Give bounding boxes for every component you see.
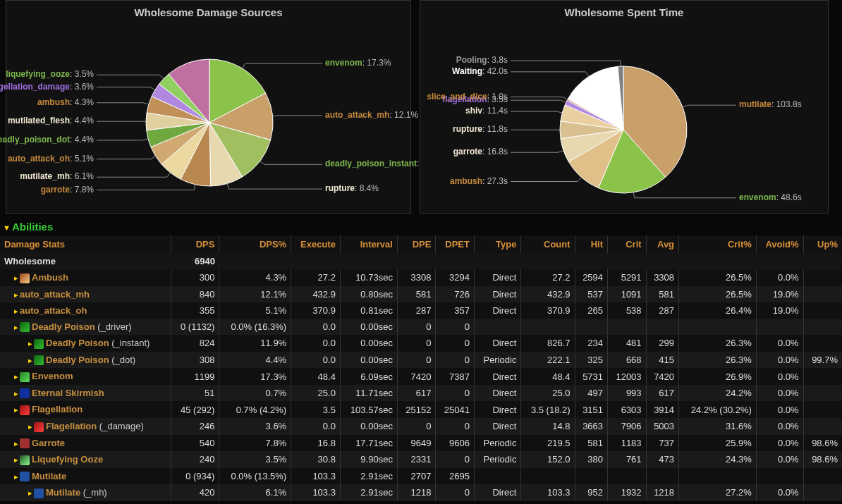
col-header[interactable]: DPE [397,235,436,253]
ability-icon [20,273,30,283]
ability-icon [20,405,30,415]
col-header[interactable]: Crit [608,235,647,253]
chart-segment-label: auto_attack_mh: 12.1% [325,110,418,120]
chart-segment-label: rupture: 8.4% [325,183,379,193]
chart-segment-label: envenom: 48.6s [739,192,802,202]
chart-segment-label: ambush: 27.3s [450,176,508,186]
expand-icon[interactable]: ▸ [14,290,18,299]
table-row[interactable]: ▸Deadly Poison (_instant)82411.9%0.00.00… [0,335,842,352]
expand-icon[interactable]: ▸ [28,356,32,364]
col-header[interactable]: Damage Stats [0,235,171,253]
chart-segment-label: mutilate: 103.8s [739,99,802,109]
chart-segment-label: shiv: 11.4s [465,106,508,116]
ability-icon [20,372,30,382]
table-row[interactable]: ▸Ambush3004.3%27.210.73sec33083294Direct… [0,269,842,286]
chart-segment-label: flagellation_damage: 3.6% [0,82,94,92]
ability-icon [20,472,30,481]
damage-sources-pie: envenom: 17.3%auto_attack_mh: 12.1%deadl… [12,24,405,207]
table-row[interactable]: ▸Liquefying Ooze2403.5%30.89.90sec23310P… [0,451,842,468]
expand-icon[interactable]: ▸ [28,422,32,431]
collapse-icon: ▼ [3,223,11,232]
ability-icon [34,488,44,498]
chart-segment-label: mutilate_mh: 6.1% [20,171,94,181]
col-header[interactable]: Crit% [679,235,757,253]
spent-time-title: Wholesome Spent Time [426,6,822,18]
expand-icon[interactable]: ▸ [14,439,18,448]
ability-icon [34,339,44,349]
chart-segment-label: garrote: 7.8% [41,185,94,195]
abilities-header[interactable]: ▼Abilities [3,221,842,233]
ability-icon [34,355,44,365]
ability-icon [20,455,30,465]
ability-icon [20,322,30,332]
col-header[interactable]: Interval [340,235,397,253]
expand-icon[interactable]: ▸ [28,339,32,348]
table-row[interactable]: ▸Eternal Skirmish510.7%25.011.71sec6170D… [0,385,842,402]
expand-icon[interactable]: ▸ [14,405,18,414]
ability-icon [20,388,30,398]
table-row[interactable]: ▸auto_attack_mh84012.1%432.90.80sec58172… [0,286,842,302]
col-header[interactable]: Hit [575,235,607,253]
table-row[interactable]: ▸Envenom119917.3%48.46.09sec74207387Dire… [0,368,842,385]
chart-segment-label: deadly_poison_dot: 4.4% [0,135,94,145]
expand-icon[interactable]: ▸ [14,455,18,464]
table-row[interactable]: ▸Flagellation45 (292)0.7% (4.2%)3.5103.5… [0,401,842,418]
chart-segment-label: garrote: 16.8s [453,147,508,156]
table-row[interactable]: ▸Flagellation (_damage)2463.6%0.00.00sec… [0,418,842,435]
col-header[interactable]: DPS% [219,235,291,253]
expand-icon[interactable]: ▸ [14,372,18,381]
chart-segment-label: rupture: 11.8s [453,124,508,134]
table-row[interactable]: ▸Mutilate (_mh)4206.1%103.32.91sec12180D… [0,484,842,501]
chart-segment-label: ambush: 4.3% [37,97,94,107]
col-header[interactable]: DPS [171,235,219,253]
expand-icon[interactable]: ▸ [14,323,18,331]
col-header[interactable]: DPET [436,235,475,253]
expand-icon[interactable]: ▸ [14,273,18,282]
expand-icon[interactable]: ▸ [28,488,32,497]
table-row[interactable]: ▸Garrote5407.8%16.817.71sec96499606Perio… [0,435,842,452]
damage-sources-title: Wholesome Damage Sources [12,6,405,18]
chart-segment-label: Pooling: 3.8s [456,55,508,65]
col-header[interactable]: Type [474,235,521,253]
col-header[interactable]: Execute [291,235,341,253]
chart-segment-label: Waiting: 42.0s [452,66,508,76]
expand-icon[interactable]: ▸ [14,389,18,398]
col-header[interactable]: Count [521,235,575,253]
ability-icon [34,422,44,432]
table-row[interactable]: ▸Deadly Poison (_dot)3084.4%0.00.00sec00… [0,352,842,369]
chart-segment-label: slice_and_dice: 1.0s [427,92,508,102]
expand-icon[interactable]: ▸ [14,307,18,315]
ability-icon [20,438,30,448]
spent-time-pie: mutilate: 103.8senvenom: 48.6sambush: 27… [426,24,822,207]
abilities-table: Damage StatsDPSDPS%ExecuteIntervalDPEDPE… [0,235,842,501]
chart-segment-label: mutilated_flesh: 4.4% [8,116,94,125]
col-header[interactable]: Avg [646,235,678,253]
table-row[interactable]: ▸Deadly Poison (_driver)0 (1132)0.0% (16… [0,319,842,336]
chart-segment-label: auto_attack_oh: 5.1% [8,154,94,164]
col-header[interactable]: Avoid% [756,235,803,253]
table-row[interactable]: ▸auto_attack_oh3555.1%370.90.81sec287357… [0,302,842,319]
chart-segment-label: liquefying_ooze: 3.5% [6,69,94,79]
expand-icon[interactable]: ▸ [14,472,18,481]
col-header[interactable]: Up% [803,235,842,253]
table-row[interactable]: ▸Mutilate0 (934)0.0% (13.5%)103.32.91sec… [0,468,842,485]
chart-segment-label: envenom: 17.3% [325,58,391,68]
